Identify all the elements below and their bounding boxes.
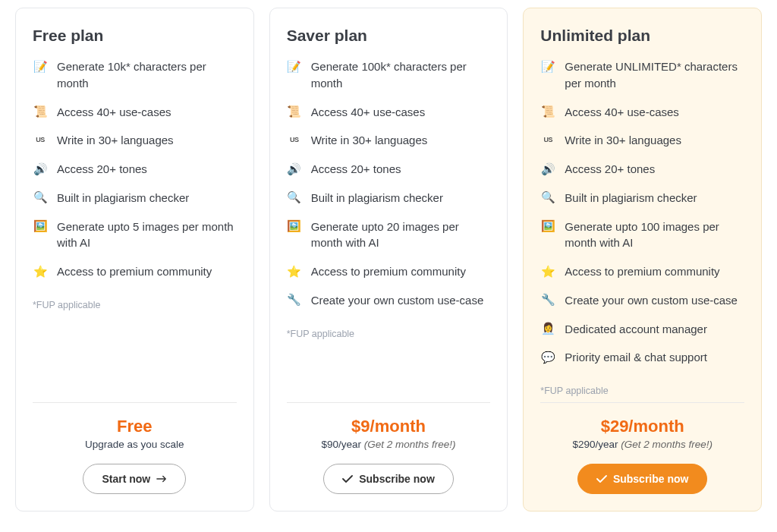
feature-label: Built in plagiarism checker — [565, 190, 697, 206]
feature-label: Access 40+ use-cases — [311, 104, 426, 121]
feature-label: Access to premium community — [57, 263, 212, 280]
wrench-icon: 🔧 — [540, 292, 555, 307]
plan-title: Unlimited plan — [540, 27, 744, 45]
feature-item: 🔍Built in plagiarism checker — [287, 190, 491, 206]
feature-label: Access to premium community — [565, 263, 719, 280]
feature-list: 📝Generate 100k* characters per month📜Acc… — [287, 58, 491, 321]
feature-item: 🖼️Generate upto 20 images per month with… — [287, 219, 491, 252]
star-icon: ⭐ — [540, 263, 555, 279]
scroll-icon: 📜 — [540, 104, 555, 119]
feature-item: 🔊Access 20+ tones — [287, 161, 491, 178]
feature-label: Generate upto 5 images per month with AI — [57, 219, 237, 252]
feature-item: 👩‍💼Dedicated account manager — [540, 321, 744, 338]
feature-item: USWrite in 30+ languages — [287, 132, 491, 149]
feature-item: 🖼️Generate upto 5 images per month with … — [33, 219, 237, 252]
image-icon: 🖼️ — [287, 219, 302, 234]
feature-item: 🔊Access 20+ tones — [540, 161, 744, 178]
feature-label: Access 20+ tones — [57, 161, 147, 178]
price-block: $9/month$90/year (Get 2 months free!) — [287, 417, 491, 450]
speaker-icon: 🔊 — [540, 161, 555, 176]
check-icon — [596, 475, 607, 483]
feature-item: ⭐Access to premium community — [540, 263, 744, 280]
document-icon: 📝 — [33, 58, 48, 74]
feature-label: Write in 30+ languages — [565, 132, 681, 149]
divider — [33, 402, 237, 403]
feature-item: 📜Access 40+ use-cases — [540, 104, 744, 121]
feature-label: Built in plagiarism checker — [57, 190, 189, 206]
fup-note: *FUP applicable — [33, 300, 237, 310]
subscribe-now-button[interactable]: Subscribe now — [577, 464, 708, 494]
divider — [287, 402, 491, 403]
feature-label: Access 20+ tones — [565, 161, 655, 178]
feature-item: 📜Access 40+ use-cases — [287, 104, 491, 121]
feature-label: Create your own custom use-case — [311, 292, 484, 309]
arrow-right-icon — [156, 475, 167, 483]
magnifier-icon: 🔍 — [287, 190, 302, 205]
feature-item: ⭐Access to premium community — [287, 263, 491, 280]
manager-icon: 👩‍💼 — [540, 321, 555, 336]
plan-card: Unlimited plan📝Generate UNLIMITED* chara… — [523, 8, 762, 512]
feature-label: Access 20+ tones — [311, 161, 401, 178]
plan-card: Free plan📝Generate 10k* characters per m… — [15, 8, 254, 512]
image-icon: 🖼️ — [33, 219, 48, 234]
scroll-icon: 📜 — [33, 104, 48, 119]
wrench-icon: 🔧 — [287, 292, 302, 307]
divider — [540, 402, 744, 403]
feature-label: Generate upto 20 images per month with A… — [311, 219, 491, 252]
subscribe-now-button[interactable]: Subscribe now — [323, 464, 454, 494]
price-block: FreeUpgrade as you scale — [33, 417, 237, 450]
plan-card: Saver plan📝Generate 100k* characters per… — [269, 8, 508, 512]
image-icon: 🖼️ — [540, 219, 555, 234]
feature-item: 🔊Access 20+ tones — [33, 161, 237, 178]
price-sub: Upgrade as you scale — [33, 439, 237, 450]
cta-label: Subscribe now — [613, 473, 689, 485]
feature-item: 🔍Built in plagiarism checker — [33, 190, 237, 206]
feature-label: Create your own custom use-case — [565, 292, 738, 309]
feature-list: 📝Generate 10k* characters per month📜Acce… — [33, 58, 237, 292]
feature-label: Write in 30+ languages — [57, 132, 174, 149]
magnifier-icon: 🔍 — [33, 190, 48, 205]
star-icon: ⭐ — [33, 263, 48, 279]
document-icon: 📝 — [540, 58, 555, 74]
feature-label: Access 40+ use-cases — [565, 104, 679, 121]
start-now-button[interactable]: Start now — [83, 464, 186, 494]
feature-item: 🔍Built in plagiarism checker — [540, 190, 744, 206]
feature-label: Dedicated account manager — [565, 321, 707, 338]
feature-item: 🔧Create your own custom use-case — [540, 292, 744, 309]
feature-label: Generate 10k* characters per month — [57, 58, 237, 92]
scroll-icon: 📜 — [287, 104, 302, 119]
feature-item: 📜Access 40+ use-cases — [33, 104, 237, 121]
feature-item: 📝Generate 100k* characters per month — [287, 58, 491, 92]
document-icon: 📝 — [287, 58, 302, 74]
price-main: $9/month — [287, 417, 491, 436]
feature-item: 💬Priority email & chat support — [540, 349, 744, 366]
check-icon — [342, 475, 353, 483]
flag-us-icon: US — [33, 132, 48, 147]
feature-label: Access 40+ use-cases — [57, 104, 171, 121]
price-main: Free — [33, 417, 237, 436]
feature-label: Generate upto 100 images per month with … — [565, 219, 744, 252]
feature-label: Write in 30+ languages — [311, 132, 428, 149]
feature-item: USWrite in 30+ languages — [33, 132, 237, 149]
feature-item: 📝Generate UNLIMITED* characters per mont… — [540, 58, 744, 92]
feature-label: Generate UNLIMITED* characters per month — [565, 58, 744, 92]
speaker-icon: 🔊 — [287, 161, 302, 176]
price-sub: $90/year (Get 2 months free!) — [287, 439, 491, 450]
plan-title: Free plan — [33, 27, 237, 45]
star-icon: ⭐ — [287, 263, 302, 279]
feature-item: 📝Generate 10k* characters per month — [33, 58, 237, 92]
feature-label: Priority email & chat support — [565, 349, 707, 366]
flag-us-icon: US — [287, 132, 302, 147]
magnifier-icon: 🔍 — [540, 190, 555, 205]
feature-item: 🔧Create your own custom use-case — [287, 292, 491, 309]
feature-list: 📝Generate UNLIMITED* characters per mont… — [540, 58, 744, 378]
feature-label: Generate 100k* characters per month — [311, 58, 491, 92]
price-block: $29/month$290/year (Get 2 months free!) — [540, 417, 744, 450]
plans-container: Free plan📝Generate 10k* characters per m… — [15, 8, 762, 512]
feature-label: Built in plagiarism checker — [311, 190, 443, 206]
fup-note: *FUP applicable — [540, 386, 744, 396]
plan-title: Saver plan — [287, 27, 491, 45]
feature-item: USWrite in 30+ languages — [540, 132, 744, 149]
price-sub: $290/year (Get 2 months free!) — [540, 439, 744, 450]
cta-label: Subscribe now — [359, 473, 435, 485]
